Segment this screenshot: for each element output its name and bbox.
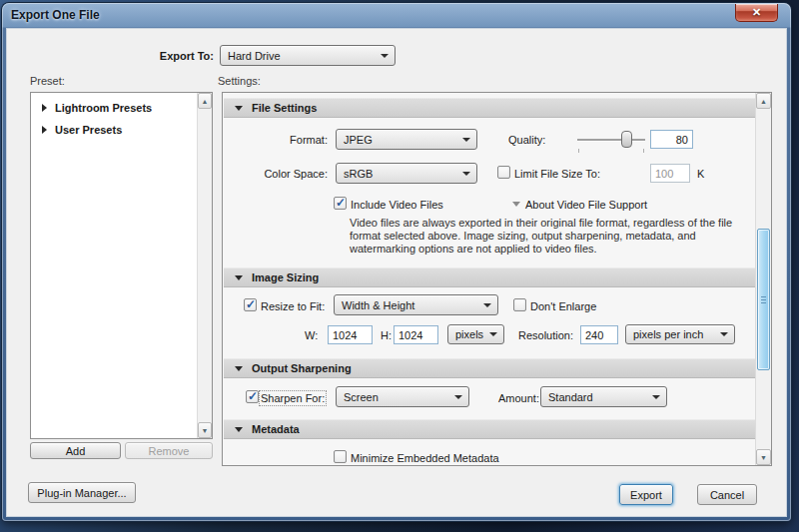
chevron-down-icon xyxy=(381,54,389,58)
sharpen-for-value: Screen xyxy=(344,391,379,403)
quality-slider-track[interactable] xyxy=(577,139,645,141)
section-title: Image Sizing xyxy=(252,271,319,283)
resize-to-fit-value: Width & Height xyxy=(342,299,414,311)
section-header-output-sharpening[interactable]: Output Sharpening xyxy=(224,358,755,378)
close-button[interactable]: ✕ xyxy=(735,4,778,22)
format-label: Format: xyxy=(223,134,328,146)
include-video-checkbox[interactable] xyxy=(334,197,347,210)
scroll-down-icon[interactable]: ▼ xyxy=(756,449,771,465)
export-button-label: Export xyxy=(630,489,662,501)
add-preset-button[interactable]: Add xyxy=(30,442,121,459)
scroll-down-icon[interactable]: ▼ xyxy=(198,422,212,438)
resize-to-fit-checkbox[interactable] xyxy=(244,298,257,311)
color-space-label: Color Space: xyxy=(223,168,328,180)
export-to-label: Export To: xyxy=(106,50,214,62)
resize-to-fit-label[interactable]: Resize to Fit: xyxy=(261,300,325,312)
title-bar[interactable]: Export One File ✕ xyxy=(2,3,791,28)
section-header-file-settings[interactable]: File Settings xyxy=(224,98,755,118)
resolution-label: Resolution: xyxy=(518,329,573,341)
section-expanded-icon[interactable] xyxy=(235,427,243,432)
limit-file-size-input[interactable] xyxy=(650,164,690,183)
dont-enlarge-checkbox[interactable] xyxy=(513,298,526,311)
sharpen-for-checkbox[interactable] xyxy=(246,390,259,403)
quality-input[interactable] xyxy=(650,130,693,149)
export-dialog-window: Export One File ✕ Export To: Hard Drive … xyxy=(2,3,791,521)
close-icon: ✕ xyxy=(752,7,761,18)
resolution-unit-value: pixels per inch xyxy=(633,328,703,340)
scrollbar-grip-icon xyxy=(761,299,766,300)
plugin-manager-label: Plug-in Manager... xyxy=(37,487,126,499)
section-title: File Settings xyxy=(252,102,317,114)
height-label: H: xyxy=(381,329,392,341)
scroll-up-icon[interactable]: ▲ xyxy=(198,93,212,109)
cancel-button-label: Cancel xyxy=(710,489,744,501)
plugin-manager-button[interactable]: Plug-in Manager... xyxy=(28,482,136,503)
sharpen-for-dropdown[interactable]: Screen xyxy=(336,386,469,407)
preset-list: Lightroom Presets User Presets ▲ ▼ xyxy=(30,92,213,439)
limit-file-size-unit: K xyxy=(697,168,704,180)
section-expanded-icon[interactable] xyxy=(235,366,243,371)
collapsed-triangle-icon[interactable] xyxy=(42,126,47,134)
about-video-triangle-icon[interactable] xyxy=(512,202,520,207)
section-header-metadata[interactable]: Metadata xyxy=(224,419,755,439)
color-space-dropdown[interactable]: sRGB xyxy=(336,163,477,184)
preset-item-user-presets[interactable]: User Presets xyxy=(31,119,212,141)
amount-dropdown[interactable]: Standard xyxy=(540,386,667,407)
chevron-down-icon xyxy=(454,395,462,399)
width-input[interactable] xyxy=(328,325,373,344)
format-value: JPEG xyxy=(344,134,373,146)
height-input[interactable] xyxy=(394,325,438,344)
export-to-dropdown[interactable]: Hard Drive xyxy=(220,45,396,66)
export-button[interactable]: Export xyxy=(619,484,673,505)
preset-item-label: User Presets xyxy=(55,124,122,136)
chevron-down-icon xyxy=(652,395,660,399)
collapsed-triangle-icon[interactable] xyxy=(42,104,47,112)
quality-label: Quality: xyxy=(508,134,545,146)
chevron-down-icon xyxy=(462,138,470,142)
sharpen-for-label[interactable]: Sharpen For: xyxy=(261,392,325,404)
preset-scrollbar[interactable]: ▲ ▼ xyxy=(197,93,212,438)
settings-scrollbar[interactable]: ▲ ▼ xyxy=(755,93,771,465)
preset-item-lightroom-presets[interactable]: Lightroom Presets xyxy=(31,97,212,119)
resize-to-fit-dropdown[interactable]: Width & Height xyxy=(334,294,498,315)
add-button-label: Add xyxy=(66,445,86,457)
about-video-label[interactable]: About Video File Support xyxy=(525,199,647,211)
size-unit-dropdown[interactable]: pixels xyxy=(447,324,504,344)
window-title: Export One File xyxy=(11,8,100,22)
chevron-down-icon xyxy=(483,303,491,307)
preset-panel-label: Preset: xyxy=(30,75,65,87)
minimize-metadata-label[interactable]: Minimize Embedded Metadata xyxy=(351,452,499,464)
settings-scroll-panel: File Settings Format: JPEG Quality: Colo… xyxy=(222,92,772,466)
section-title: Output Sharpening xyxy=(252,362,352,374)
section-expanded-icon[interactable] xyxy=(235,275,243,280)
dont-enlarge-label[interactable]: Don't Enlarge xyxy=(530,300,596,312)
settings-scrollbar-thumb[interactable] xyxy=(757,229,770,370)
limit-file-size-checkbox[interactable] xyxy=(497,166,510,179)
dialog-client-area: Export To: Hard Drive Preset: Settings: … xyxy=(6,28,787,517)
minimize-metadata-checkbox[interactable] xyxy=(334,450,347,463)
slider-tick xyxy=(643,149,644,153)
cancel-button[interactable]: Cancel xyxy=(697,484,757,505)
section-title: Metadata xyxy=(252,423,300,435)
amount-value: Standard xyxy=(548,391,593,403)
section-expanded-icon[interactable] xyxy=(235,106,243,111)
amount-label: Amount: xyxy=(498,392,539,404)
width-label: W: xyxy=(305,329,318,341)
include-video-label[interactable]: Include Video Files xyxy=(351,199,443,211)
format-dropdown[interactable]: JPEG xyxy=(336,129,477,150)
chevron-down-icon xyxy=(462,172,470,176)
size-unit-value: pixels xyxy=(455,328,483,340)
limit-file-size-label[interactable]: Limit File Size To: xyxy=(514,168,600,180)
chevron-down-icon xyxy=(489,332,497,336)
video-note-text: Video files are always exported in their… xyxy=(350,217,741,256)
preset-item-label: Lightroom Presets xyxy=(55,102,152,114)
resolution-input[interactable] xyxy=(580,325,618,344)
resolution-unit-dropdown[interactable]: pixels per inch xyxy=(625,324,735,344)
quality-slider-thumb[interactable] xyxy=(621,131,632,148)
section-header-image-sizing[interactable]: Image Sizing xyxy=(224,267,755,287)
slider-tick xyxy=(578,149,579,153)
scroll-up-icon[interactable]: ▲ xyxy=(756,93,771,109)
remove-preset-button[interactable]: Remove xyxy=(125,442,213,459)
export-to-value: Hard Drive xyxy=(228,50,281,62)
remove-button-label: Remove xyxy=(149,445,190,457)
